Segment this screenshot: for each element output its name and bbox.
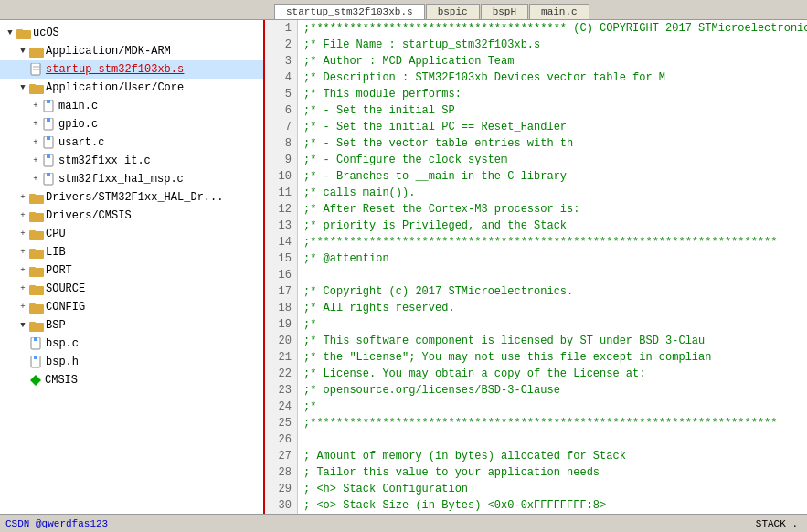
- tree-item-main-c[interactable]: + main.c: [0, 97, 263, 115]
- code-line-16: [303, 267, 802, 283]
- main-area: ▼ ucOS ▼ Application/MDK-ARM startup_stm…: [0, 20, 807, 514]
- code-line-25: ;***************************************…: [303, 415, 802, 431]
- ln-22: 22: [271, 366, 292, 382]
- code-editor: 1 2 3 4 5 6 7 8 9 10 11 12 13 14 15 16 1…: [265, 20, 807, 514]
- folder-lib-icon: [29, 246, 44, 259]
- folder-mdk-icon: [29, 45, 44, 58]
- svg-rect-27: [29, 268, 44, 277]
- code-line-29: ; <h> Stack Configuration: [303, 481, 802, 497]
- ln-16: 16: [271, 267, 292, 283]
- code-line-7: ;* - Set the initial PC == Reset_Handler: [303, 119, 802, 135]
- expand-main-icon: +: [29, 100, 42, 112]
- svg-rect-8: [29, 84, 36, 86]
- file-c-stm32-it-icon: [42, 154, 57, 167]
- tree-item-bsp-c[interactable]: bsp.c: [0, 335, 263, 353]
- code-area[interactable]: 1 2 3 4 5 6 7 8 9 10 11 12 13 14 15 16 1…: [265, 20, 807, 514]
- tree-item-user-core[interactable]: ▼ Application/User/Core: [0, 79, 263, 97]
- svg-rect-36: [34, 337, 37, 341]
- svg-rect-0: [16, 30, 31, 39]
- line-numbers: 1 2 3 4 5 6 7 8 9 10 11 12 13 14 15 16 1…: [265, 20, 298, 514]
- code-line-11: ;* calls main()).: [303, 185, 802, 201]
- code-line-2: ;* File Name : startup_stm32f103xb.s: [303, 37, 802, 53]
- svg-rect-19: [29, 195, 44, 204]
- code-line-17: ;* Copyright (c) 2017 STMicroelectronics…: [303, 283, 802, 300]
- status-left-text: CSDN @qwerdfas123: [0, 518, 756, 529]
- tree-label-cpu: CPU: [46, 226, 66, 242]
- expand-drivers-hal-icon: +: [16, 191, 29, 204]
- tree-item-stm32-it[interactable]: + stm32f1xx_it.c: [0, 152, 263, 170]
- tree-item-startup[interactable]: startup_stm32f103xb.s: [0, 60, 263, 79]
- code-line-27: ; Amount of memory (in bytes) allocated …: [303, 448, 802, 464]
- tab-bspic[interactable]: bspic: [426, 4, 480, 19]
- svg-rect-10: [47, 100, 50, 103]
- tree-item-source[interactable]: + SOURCE: [0, 280, 263, 298]
- ln-14: 14: [271, 234, 292, 250]
- tree-item-drivers-hal[interactable]: + Drivers/STM32F1xx_HAL_Dr...: [0, 188, 263, 207]
- folder-source-icon: [29, 282, 44, 295]
- tab-startup[interactable]: startup_stm32f103xb.s: [274, 4, 425, 19]
- tree-item-cpu[interactable]: + CPU: [0, 225, 263, 243]
- svg-rect-38: [34, 356, 37, 359]
- tree-item-mdk-arm[interactable]: ▼ Application/MDK-ARM: [0, 42, 263, 60]
- svg-rect-34: [29, 322, 36, 324]
- expand-usart-icon: +: [29, 136, 42, 149]
- svg-rect-18: [47, 173, 50, 176]
- tree-item-bsp-h[interactable]: bsp.h: [0, 353, 263, 371]
- tab-mainc[interactable]: main.c: [529, 4, 589, 19]
- file-c-stm32-hal-icon: [42, 173, 57, 186]
- tree-label-usart-c: usart.c: [58, 134, 104, 151]
- code-line-21: ;* the "License"; You may not use this f…: [303, 349, 802, 366]
- tree-label-bsp: BSP: [46, 317, 66, 334]
- svg-rect-20: [29, 194, 36, 196]
- svg-rect-7: [29, 85, 44, 94]
- svg-rect-33: [29, 323, 44, 332]
- ln-9: 9: [271, 152, 292, 168]
- expand-port-icon: +: [16, 264, 29, 277]
- expand-drivers-cmsis-icon: +: [16, 209, 29, 222]
- tree-item-usart-c[interactable]: + usart.c: [0, 133, 263, 152]
- tree-item-port[interactable]: + PORT: [0, 261, 263, 280]
- code-line-1: ;***************************************…: [303, 20, 802, 37]
- ln-6: 6: [271, 102, 292, 119]
- tree-item-cmsis[interactable]: CMSIS: [0, 371, 263, 389]
- tab-bsph[interactable]: bspH: [481, 4, 528, 19]
- svg-rect-12: [47, 118, 50, 122]
- folder-cpu-icon: [29, 228, 44, 240]
- code-line-24: ;*: [303, 399, 802, 415]
- ln-27: 27: [271, 448, 292, 464]
- tree-item-ucOS[interactable]: ▼ ucOS: [0, 24, 263, 42]
- code-line-23: ;* opensource.org/licenses/BSD-3-Clause: [303, 382, 802, 399]
- ln-28: 28: [271, 464, 292, 481]
- ln-13: 13: [271, 218, 292, 234]
- folder-bsp-icon: [29, 319, 44, 332]
- ln-17: 17: [271, 283, 292, 300]
- svg-rect-3: [29, 48, 36, 49]
- diamond-cmsis-icon: [29, 374, 42, 387]
- tree-item-drivers-cmsis[interactable]: + Drivers/CMSIS: [0, 207, 263, 225]
- tree-label-user-core: Application/User/Core: [46, 80, 184, 96]
- tree-item-gpio-c[interactable]: + gpio.c: [0, 115, 263, 133]
- svg-rect-21: [29, 213, 44, 222]
- expand-lib-icon: +: [16, 246, 29, 259]
- ln-5: 5: [271, 86, 292, 102]
- code-line-20: ;* This software component is licensed b…: [303, 333, 802, 349]
- tree-label-cmsis: CMSIS: [45, 372, 78, 388]
- file-c-gpio-icon: [42, 118, 57, 131]
- code-line-4: ;* Description : STM32F103xb Devices vec…: [303, 69, 802, 86]
- ln-26: 26: [271, 431, 292, 448]
- tree-item-stm32-hal-msp[interactable]: + stm32f1xx_hal_msp.c: [0, 170, 263, 188]
- tree-item-lib[interactable]: + LIB: [0, 243, 263, 261]
- tree-label-config: CONFIG: [46, 299, 85, 315]
- svg-rect-28: [29, 267, 36, 269]
- tree-item-bsp[interactable]: ▼ BSP: [0, 316, 263, 335]
- ln-2: 2: [271, 37, 292, 53]
- expand-ucOS-icon: ▼: [4, 27, 16, 39]
- tree-label-bsp-h: bsp.h: [46, 354, 79, 370]
- folder-drivers-hal-icon: [29, 191, 44, 204]
- tree-item-config[interactable]: + CONFIG: [0, 298, 263, 316]
- file-tree: ▼ ucOS ▼ Application/MDK-ARM startup_stm…: [0, 20, 265, 514]
- code-content[interactable]: ;***************************************…: [298, 20, 807, 514]
- ln-4: 4: [271, 69, 292, 86]
- ln-3: 3: [271, 53, 292, 69]
- svg-rect-26: [29, 249, 36, 250]
